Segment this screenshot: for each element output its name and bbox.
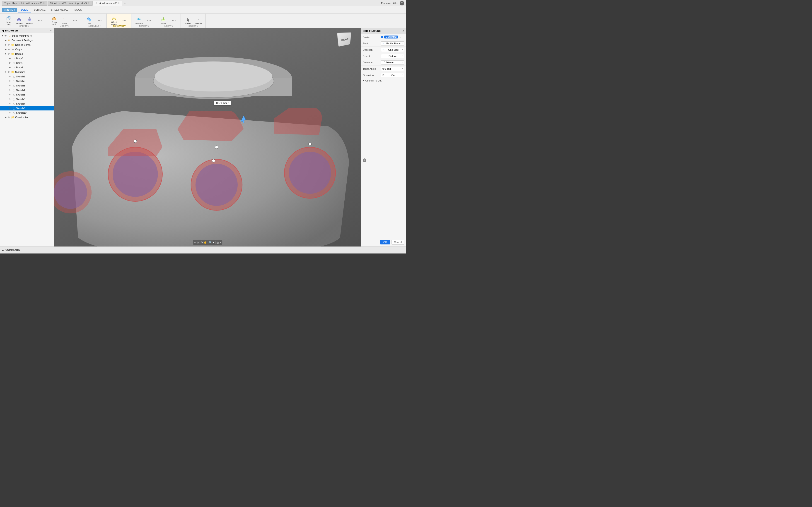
tree-sketch6[interactable]: 👁 △ Sketch6 [0, 97, 54, 101]
tab-1[interactable]: Tripod Hyperboloid with screw v3* × [2, 1, 47, 6]
tree-sketch2[interactable]: 👁 △ Sketch2 [0, 79, 54, 83]
tree-doc-settings[interactable]: ▶ ⚙ Document Settings [0, 38, 54, 43]
named-views-eye[interactable]: 👁 [7, 43, 10, 46]
zoom-icon[interactable]: 🔍 [209, 241, 212, 244]
body1-eye[interactable]: 👁 [8, 66, 11, 69]
bodies-expand[interactable]: ▼ [4, 53, 7, 55]
orbit-icon[interactable]: ↻ [201, 241, 203, 244]
root-eye-icon[interactable]: 👁 [4, 34, 7, 37]
body2-eye[interactable]: 👁 [8, 61, 11, 64]
tree-bodies[interactable]: ▼ 👁 📁 Bodies [0, 52, 54, 56]
taper-dropdown[interactable]: 0.0 deg ▾ [381, 67, 404, 71]
sketch6-eye[interactable]: 👁 [8, 98, 11, 101]
operation-dropdown[interactable]: ⊟ Cut ▾ [381, 73, 404, 77]
root-expand-icon[interactable]: ▼ [1, 35, 4, 37]
root-gear-icon[interactable]: ⚙ [30, 35, 32, 37]
design-button[interactable]: DESIGN ▾ [2, 8, 17, 12]
tab-sheet-metal[interactable]: SHEET METAL [48, 7, 71, 12]
more-modify[interactable] [70, 15, 80, 27]
sketch2-eye[interactable]: 👁 [8, 79, 11, 82]
tree-sketch4[interactable]: 👁 △ Sketch4 [0, 88, 54, 92]
tree-root[interactable]: ▼ 👁 □ tripod mount v8 ⚙ [0, 34, 54, 38]
sketch7-eye[interactable]: 👁 [8, 102, 11, 105]
comments-collapse-icon[interactable]: ▲ [2, 248, 4, 251]
tab-1-close[interactable]: × [43, 2, 45, 4]
distance-row-value: 10.70 mm ▾ [381, 60, 404, 64]
body3-eye[interactable]: 👁 [8, 57, 11, 60]
sketch4-eye[interactable]: 👁 [8, 89, 11, 92]
panel-expand-icon[interactable]: ⤢ [402, 30, 404, 33]
browser-panel: ◀ BROWSER ⋯ ▼ 👁 □ tripod mount v8 ⚙ ▶ ⚙ … [0, 28, 54, 246]
display-dropdown[interactable]: ▾ [219, 241, 221, 244]
origin-eye[interactable]: 👁 [7, 48, 10, 51]
tree-sketch9[interactable]: 👁 △ Sketch9 [0, 106, 54, 110]
browser-collapse-icon[interactable]: ◀ [2, 30, 4, 32]
named-views-folder-icon: 📁 [11, 43, 14, 47]
extent-dropdown[interactable]: ⊣ Distance ▾ [381, 54, 404, 58]
ok-button[interactable]: OK [380, 240, 390, 244]
cancel-button[interactable]: Cancel [392, 240, 404, 245]
tree-sketch10[interactable]: 👁 △ Sketch10 [0, 110, 54, 115]
doc-expand[interactable]: ▶ [4, 39, 7, 42]
display-icon[interactable]: ◫ [216, 241, 219, 244]
sketches-eye[interactable]: 👁 [7, 70, 10, 73]
named-views-expand[interactable]: ▶ [4, 44, 7, 46]
distance-dropdown[interactable]: 10.70 mm ▾ [381, 60, 404, 64]
tree-body1[interactable]: 👁 □ Body1 [0, 65, 54, 70]
pan-icon[interactable]: ✋ [204, 241, 207, 244]
info-icon[interactable]: i [363, 159, 366, 162]
start-dropdown[interactable]: ⊣ Profile Plane ▾ [381, 42, 404, 46]
tree-sketch7[interactable]: 👁 △ Sketch7 [0, 101, 54, 106]
tree-sketch3[interactable]: 👁 △ Sketch3 [0, 83, 54, 88]
more-create[interactable] [35, 15, 45, 27]
new-tab-button[interactable]: + [122, 1, 127, 5]
svg-point-21 [98, 20, 99, 21]
cube-face-front[interactable]: FRONT [337, 33, 351, 47]
extrude-icon [16, 17, 22, 22]
tab-2[interactable]: Tripod Head Tension Hinge v2 v5 × [48, 1, 92, 6]
more-inspect-icon [146, 18, 152, 23]
tree-construction[interactable]: ▶ 👁 📁 Construction [0, 115, 54, 119]
tree-named-views[interactable]: ▶ 👁 📁 Named Views [0, 43, 54, 47]
sketch5-eye[interactable]: 👁 [8, 93, 11, 96]
comments-options[interactable]: ⋯ [402, 248, 404, 251]
extent-dropdown-icon: ⊣ [383, 55, 385, 57]
tree-sketch1[interactable]: 👁 △ Sketch1 [0, 74, 54, 79]
sketch6-icon: △ [12, 97, 15, 101]
tab-surface[interactable]: SURFACE [31, 7, 48, 12]
distance-indicator[interactable]: 10.70 mm ▾ [214, 101, 231, 105]
separator-1 [200, 241, 200, 244]
bodies-eye[interactable]: 👁 [7, 52, 10, 55]
tab-2-close[interactable]: × [88, 2, 90, 4]
tab-3-close[interactable]: × [118, 2, 120, 4]
tree-body2[interactable]: 👁 □ Body2 [0, 61, 54, 65]
browser-options-icon[interactable]: ⋯ [50, 30, 52, 32]
origin-expand[interactable]: ▶ [4, 48, 7, 51]
home-icon[interactable]: ⌂ [194, 241, 196, 244]
zoom-dropdown[interactable]: ▾ [213, 241, 214, 244]
tree-origin[interactable]: ▶ 👁 ⊕ Origin [0, 47, 54, 52]
viewport[interactable]: 10.70 mm ▾ FRONT ⌂ ⊡ ↻ ✋ 🔍 ▾ ◫ ▾ [54, 28, 361, 246]
objects-to-cut-section[interactable]: ▶ Objects To Cut [361, 78, 406, 83]
profile-clear-icon[interactable]: × [399, 36, 402, 39]
construction-eye[interactable]: 👁 [7, 116, 10, 119]
tree-sketch5[interactable]: 👁 △ Sketch5 [0, 92, 54, 97]
tree-body3[interactable]: 👁 □ Body3 [0, 56, 54, 61]
cube-navigator[interactable]: FRONT [338, 33, 356, 51]
tab-solid[interactable]: SOLID [18, 7, 31, 12]
sketches-expand[interactable]: ▼ [4, 71, 7, 73]
sketch9-eye[interactable]: 👁 [8, 107, 11, 110]
tree-sketches[interactable]: ▼ 👁 📁 Sketches [0, 70, 54, 74]
sketch10-eye[interactable]: 👁 [8, 111, 11, 114]
tab-tools[interactable]: TOOLS [71, 7, 85, 12]
fit-icon[interactable]: ⊡ [197, 241, 199, 244]
help-icon[interactable]: ? [400, 1, 404, 5]
sketch3-eye[interactable]: 👁 [8, 84, 11, 87]
sketch1-eye[interactable]: 👁 [8, 75, 11, 78]
create-new-component[interactable]: New Comp. [4, 15, 14, 27]
direction-dropdown[interactable]: ⊣ One Side ▾ [381, 48, 404, 52]
toolbar-tabs: SOLID SURFACE SHEET METAL TOOLS [18, 7, 85, 12]
construction-expand[interactable]: ▶ [4, 116, 7, 118]
press-pull-button[interactable]: Press Pull [49, 15, 59, 27]
tab-3[interactable]: 🖥 tripod mount v8* × [92, 1, 122, 6]
